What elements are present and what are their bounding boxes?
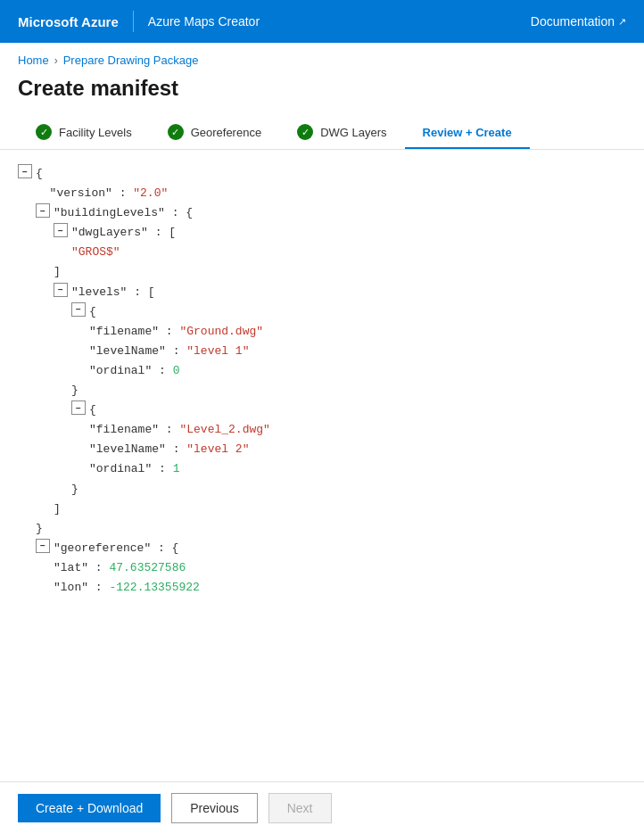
page-title: Create manifest xyxy=(0,70,644,115)
external-link-icon: ↗ xyxy=(618,16,626,28)
next-button: Next xyxy=(268,793,332,823)
levelname1-colon: : xyxy=(166,342,186,361)
level2-brace-close: } xyxy=(71,480,78,500)
levels-key: "levels" xyxy=(71,283,127,302)
header-divider xyxy=(133,11,134,32)
version-key: "version" xyxy=(36,184,112,203)
lat-line: "lat" : 47.63527586 xyxy=(54,558,626,578)
dwg-layers-key: "dwgLayers" xyxy=(71,223,148,243)
ordinal2-colon: : xyxy=(152,459,172,479)
product-name: Azure Maps Creator xyxy=(148,14,260,29)
georeference-key: "georeference" xyxy=(54,539,151,558)
georeference-open: − "georeference" : { xyxy=(36,539,626,558)
main-content: Home › Prepare Drawing Package Create ma… xyxy=(0,43,644,674)
building-levels-colon: : { xyxy=(165,203,193,223)
building-levels-brace-close: } xyxy=(36,519,43,539)
georeference-colon: : { xyxy=(151,539,178,558)
lon-key: "lon" xyxy=(54,578,88,598)
building-levels-open: − "buildingLevels" : { xyxy=(36,203,626,223)
filename2-line: "filename" : "Level_2.dwg" xyxy=(89,420,626,440)
breadcrumb: Home › Prepare Drawing Package xyxy=(0,43,644,70)
filename1-key: "filename" xyxy=(89,322,159,342)
filename1-value: "Ground.dwg" xyxy=(179,322,263,342)
breadcrumb-home[interactable]: Home xyxy=(18,54,49,67)
root-open: − { xyxy=(18,164,626,184)
tab-check-georeference: ✓ xyxy=(168,124,184,140)
lon-line: "lon" : -122.13355922 xyxy=(54,578,626,598)
tab-label-review-create: Review + Create xyxy=(423,126,512,139)
level2-brace-open: { xyxy=(89,400,96,420)
tabs-container: ✓ Facility Levels ✓ Georeference ✓ DWG L… xyxy=(0,115,644,150)
building-levels-close: } xyxy=(36,519,626,539)
level1-brace-close: } xyxy=(71,381,78,400)
ordinal1-colon: : xyxy=(152,361,172,381)
filename2-key: "filename" xyxy=(89,420,159,440)
levelname1-value: "level 1" xyxy=(186,342,249,361)
version-line: "version" : "2.0" xyxy=(36,184,626,203)
breadcrumb-current: Prepare Drawing Package xyxy=(63,54,199,67)
levels-open: − "levels" : [ xyxy=(54,283,626,302)
dwg-layers-close: ] xyxy=(54,262,626,282)
footer: Create + Download Previous Next xyxy=(0,781,644,834)
level1-brace-open: { xyxy=(89,302,96,322)
gros-value: "GROS$" xyxy=(71,243,120,262)
dwg-layers-bracket: : [ xyxy=(148,223,176,243)
filename1-line: "filename" : "Ground.dwg" xyxy=(89,322,626,342)
levels-close-bracket: ] xyxy=(54,500,61,519)
levelname2-value: "level 2" xyxy=(186,440,249,459)
level1-open: − { xyxy=(71,302,626,322)
toggle-level1[interactable]: − xyxy=(71,302,86,317)
toggle-level2[interactable]: − xyxy=(71,400,86,415)
toggle-levels[interactable]: − xyxy=(54,283,68,297)
header: Microsoft Azure Azure Maps Creator Docum… xyxy=(0,0,644,43)
tab-label-facility-levels: Facility Levels xyxy=(59,126,132,139)
version-colon: : xyxy=(112,184,133,203)
tab-check-facility-levels: ✓ xyxy=(36,124,52,140)
level2-close: } xyxy=(71,480,626,500)
lon-value: -122.13355922 xyxy=(109,578,199,598)
lat-colon: : xyxy=(88,558,109,578)
levels-bracket: : [ xyxy=(127,283,154,302)
toggle-building-levels[interactable]: − xyxy=(36,203,50,218)
root-brace-open: { xyxy=(36,164,43,184)
toggle-dwg-layers[interactable]: − xyxy=(54,223,68,237)
levelname2-key: "levelName" xyxy=(89,440,166,459)
tab-review-create[interactable]: Review + Create xyxy=(405,117,530,148)
json-content-area: − { "version" : "2.0" − "buildingLevels"… xyxy=(0,150,644,612)
lon-colon: : xyxy=(88,578,109,598)
ordinal1-value: 0 xyxy=(173,361,180,381)
building-levels-key: "buildingLevels" xyxy=(54,203,165,223)
toggle-root[interactable]: − xyxy=(18,164,32,178)
tab-georeference[interactable]: ✓ Georeference xyxy=(150,115,280,149)
level2-open: − { xyxy=(71,400,626,420)
tab-label-georeference: Georeference xyxy=(191,126,262,139)
ordinal2-key: "ordinal" xyxy=(89,459,152,479)
levelname2-colon: : xyxy=(166,440,186,459)
ordinal2-value: 1 xyxy=(173,459,180,479)
lat-key: "lat" xyxy=(54,558,88,578)
version-value: "2.0" xyxy=(133,184,168,203)
ordinal1-key: "ordinal" xyxy=(89,361,152,381)
tab-facility-levels[interactable]: ✓ Facility Levels xyxy=(18,115,150,149)
levels-close: ] xyxy=(54,500,626,519)
filename2-value: "Level_2.dwg" xyxy=(179,420,269,440)
dwg-layers-open: − "dwgLayers" : [ xyxy=(54,223,626,243)
tab-label-dwg-layers: DWG Layers xyxy=(320,126,386,139)
create-download-button[interactable]: Create + Download xyxy=(18,794,161,822)
levelname1-key: "levelName" xyxy=(89,342,166,361)
brand-name: Microsoft Azure xyxy=(18,14,119,29)
tab-dwg-layers[interactable]: ✓ DWG Layers xyxy=(279,115,404,149)
docs-label: Documentation xyxy=(531,14,615,29)
dwg-layers-close-bracket: ] xyxy=(54,262,61,282)
ordinal2-line: "ordinal" : 1 xyxy=(89,459,626,479)
breadcrumb-separator: › xyxy=(54,54,58,67)
documentation-link[interactable]: Documentation ↗ xyxy=(531,14,626,29)
gros-line: "GROS$" xyxy=(71,243,626,262)
tab-check-dwg-layers: ✓ xyxy=(297,124,313,140)
filename1-colon: : xyxy=(159,322,179,342)
toggle-georeference[interactable]: − xyxy=(36,539,50,553)
levelname1-line: "levelName" : "level 1" xyxy=(89,342,626,361)
previous-button[interactable]: Previous xyxy=(171,793,257,823)
levelname2-line: "levelName" : "level 2" xyxy=(89,440,626,459)
lat-value: 47.63527586 xyxy=(109,558,186,578)
